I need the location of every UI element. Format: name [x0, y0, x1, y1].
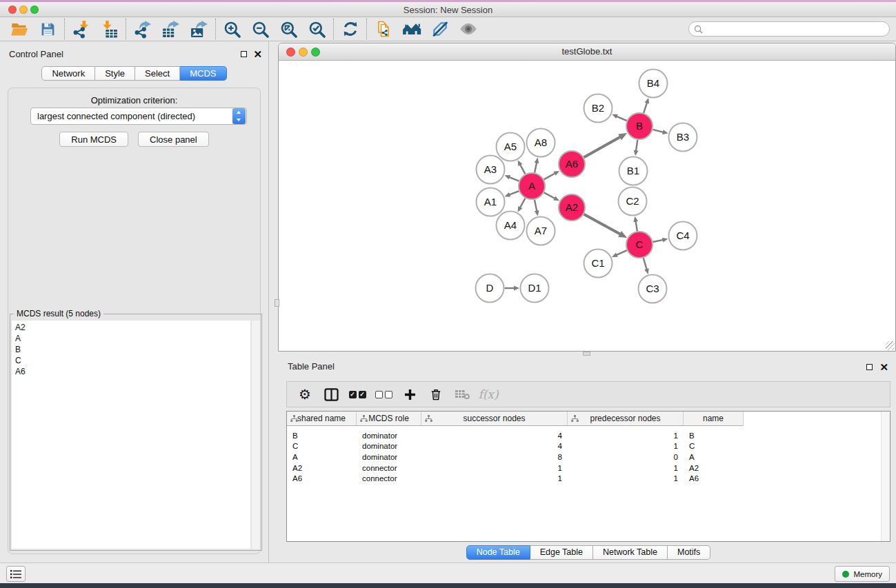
memory-button[interactable]: Memory	[835, 566, 890, 582]
table-row[interactable]: A6connector11A6	[287, 473, 890, 484]
network-window-titlebar[interactable]: testGlobe.txt	[279, 43, 895, 61]
svg-text:B1: B1	[627, 165, 639, 176]
close-table-panel-icon[interactable]: ✕	[879, 363, 888, 372]
add-column-button[interactable]	[397, 382, 423, 407]
criterion-dropdown[interactable]: largest connected component (directed)	[30, 108, 247, 125]
import-network-button[interactable]	[67, 18, 95, 41]
column-header-successor-nodes[interactable]: successor nodes	[421, 412, 568, 426]
zoom-fit-button[interactable]	[275, 18, 303, 41]
clone-network-icon	[375, 20, 392, 38]
graph-node-A5[interactable]: A5	[497, 133, 525, 161]
float-panel-icon[interactable]	[241, 51, 247, 57]
tab-network[interactable]: Network	[41, 66, 95, 81]
table-row[interactable]: Adominator80A	[287, 452, 890, 463]
node-table[interactable]: shared nameMCDS rolesuccessor nodesprede…	[286, 411, 890, 542]
export-table-button[interactable]	[157, 18, 185, 41]
graph-node-A1[interactable]: A1	[477, 188, 505, 216]
refresh-button[interactable]	[336, 18, 364, 41]
table-cell: dominator	[357, 453, 421, 461]
table-scrollbar[interactable]	[881, 412, 890, 541]
table-tabs: Node TableEdge TableNetwork TableMotifs	[286, 545, 890, 560]
graph-edge-A-A8	[535, 158, 539, 173]
column-header-name[interactable]: name	[684, 412, 744, 426]
unselect-all-columns-button[interactable]	[370, 382, 397, 407]
delete-table-button[interactable]	[449, 382, 475, 407]
result-list-item[interactable]: B	[15, 344, 250, 355]
tab-select[interactable]: Select	[135, 66, 180, 81]
tab-style[interactable]: Style	[95, 66, 135, 81]
save-session-button[interactable]	[34, 18, 62, 41]
delete-column-button[interactable]	[423, 382, 449, 407]
column-view-button[interactable]	[318, 382, 344, 407]
graph-node-C3[interactable]: C3	[639, 275, 667, 303]
export-image-button[interactable]	[185, 18, 213, 41]
graph-node-A[interactable]: A	[519, 173, 545, 199]
close-panel-button[interactable]: Close panel	[138, 132, 209, 147]
task-history-button[interactable]	[6, 566, 26, 582]
table-row[interactable]: A2connector11A2	[287, 463, 890, 474]
graph-node-C1[interactable]: C1	[584, 250, 613, 278]
select-all-columns-button[interactable]: ✓✓	[344, 382, 370, 407]
graph-edge-A6-B	[584, 133, 627, 157]
graph-node-B3[interactable]: B3	[669, 123, 697, 152]
search-input[interactable]	[703, 23, 889, 35]
graph-node-B1[interactable]: B1	[619, 157, 648, 185]
graph-node-C4[interactable]: C4	[669, 222, 697, 250]
table-tab-network-table[interactable]: Network Table	[593, 545, 668, 560]
network-canvas[interactable]: B4B2BB3A5A8A6A3B1AA1C2A2A4A7C4CC1C3DD1	[279, 61, 895, 351]
save-session-icon	[39, 21, 57, 38]
run-mcds-button[interactable]: Run MCDS	[59, 132, 128, 147]
graph-node-A4[interactable]: A4	[497, 212, 525, 240]
resize-grip[interactable]	[886, 341, 895, 350]
graph-node-B4[interactable]: B4	[639, 70, 668, 98]
home-view-button[interactable]	[397, 18, 426, 41]
table-settings-button[interactable]: ⚙	[292, 382, 318, 407]
open-session-button[interactable]	[6, 18, 34, 41]
column-header-shared-name[interactable]: shared name	[287, 412, 357, 426]
result-list-item[interactable]: A2	[15, 322, 250, 333]
mcds-result-title: MCDS result (5 nodes)	[14, 309, 103, 318]
function-icon: f(x)	[478, 387, 498, 401]
hide-labels-button[interactable]	[426, 18, 454, 41]
result-list-item[interactable]: C	[15, 355, 250, 366]
result-list-item[interactable]: A	[15, 333, 250, 344]
table-tab-edge-table[interactable]: Edge Table	[530, 545, 593, 560]
result-scrollbar[interactable]	[251, 321, 260, 549]
toolbar-separator	[333, 19, 334, 39]
show-details-eye-button[interactable]	[454, 18, 482, 41]
table-row[interactable]: Bdominator41B	[287, 430, 890, 441]
graph-node-A6[interactable]: A6	[559, 151, 585, 177]
graph-node-B2[interactable]: B2	[584, 94, 613, 123]
graph-node-A3[interactable]: A3	[477, 156, 505, 184]
import-table-button[interactable]	[95, 18, 123, 41]
import-table-icon	[100, 20, 119, 39]
zoom-in-button[interactable]	[218, 18, 246, 41]
network-vscroll-thumb[interactable]	[275, 299, 279, 307]
table-row[interactable]: Cdominator41C	[287, 441, 890, 452]
unchecked-box-icon	[385, 391, 392, 398]
export-network-button[interactable]	[128, 18, 157, 41]
graph-node-A8[interactable]: A8	[527, 129, 555, 157]
graph-node-D[interactable]: D	[476, 274, 504, 303]
close-panel-icon[interactable]: ✕	[253, 50, 262, 59]
function-builder-button[interactable]: f(x)	[475, 382, 501, 407]
graph-node-B[interactable]: B	[626, 113, 653, 139]
graph-node-C[interactable]: C	[626, 232, 653, 258]
network-graph[interactable]: B4B2BB3A5A8A6A3B1AA1C2A2A4A7C4CC1C3DD1	[279, 61, 895, 351]
graph-node-A2[interactable]: A2	[559, 194, 585, 221]
network-hscroll-thumb[interactable]	[583, 352, 590, 356]
zoom-selected-button[interactable]	[303, 18, 331, 41]
hide-labels-icon	[431, 20, 449, 38]
column-header-MCDS-role[interactable]: MCDS role	[357, 412, 421, 426]
result-list-item[interactable]: A6	[15, 366, 250, 377]
zoom-out-button[interactable]	[246, 18, 275, 41]
tab-mcds[interactable]: MCDS	[180, 66, 226, 81]
clone-network-button[interactable]	[369, 18, 397, 41]
float-table-panel-icon[interactable]	[866, 364, 873, 370]
column-header-predecessor-nodes[interactable]: predecessor nodes	[568, 412, 684, 426]
graph-node-A7[interactable]: A7	[527, 217, 555, 245]
table-tab-node-table[interactable]: Node Table	[466, 545, 530, 560]
graph-node-D1[interactable]: D1	[521, 274, 549, 303]
table-tab-motifs[interactable]: Motifs	[668, 545, 710, 560]
graph-node-C2[interactable]: C2	[619, 187, 647, 216]
